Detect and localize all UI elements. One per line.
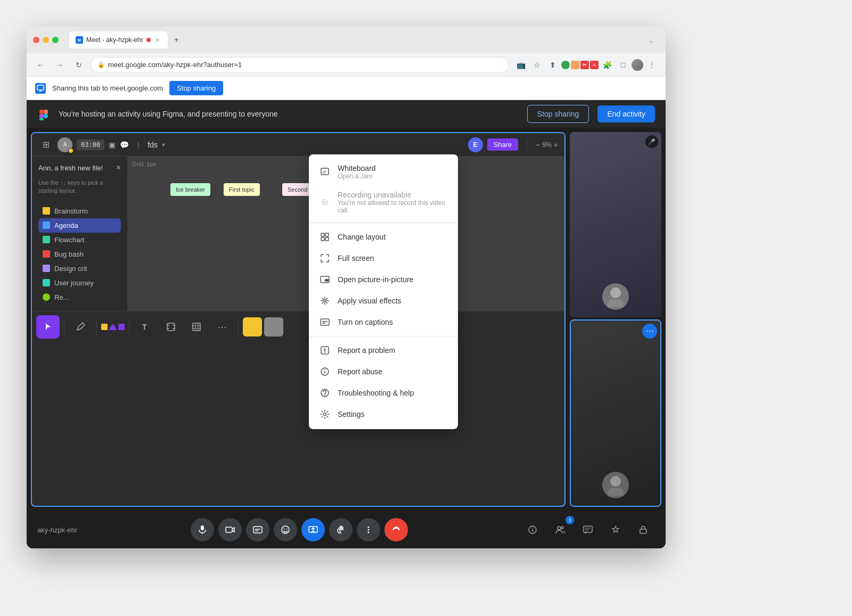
svg-rect-9 xyxy=(167,323,175,331)
forward-button[interactable]: → xyxy=(52,58,67,72)
figma-share-button[interactable]: Share xyxy=(487,138,519,151)
figma-menu-button[interactable]: ⊞ xyxy=(38,137,53,152)
figma-timer: 03:00 xyxy=(77,139,104,150)
agenda-label: Agenda xyxy=(54,221,78,229)
chrome-menu-button[interactable]: ⋮ xyxy=(644,58,659,72)
maximize-button[interactable] xyxy=(52,37,59,43)
figma-dropdown-arrow[interactable]: ▾ xyxy=(162,141,165,149)
bugbash-icon xyxy=(43,250,50,258)
emoji-button[interactable] xyxy=(274,518,297,541)
figma-item-brainstorm[interactable]: Brainstorm xyxy=(38,204,121,218)
profile-avatar[interactable] xyxy=(632,59,643,71)
menu-item-troubleshooting[interactable]: Troubleshooting & help xyxy=(309,382,458,404)
tool-more[interactable]: ⋯ xyxy=(210,315,234,339)
meet-right-controls: 3 xyxy=(521,518,655,541)
zoom-out-button[interactable]: − xyxy=(536,141,540,149)
tool-pen[interactable] xyxy=(69,315,92,339)
figma-item-re[interactable]: Re... xyxy=(38,290,121,305)
captions-label: Turn on captions xyxy=(338,318,393,326)
figma-item-userjourney[interactable]: User journey xyxy=(38,276,121,290)
refresh-button[interactable]: ↻ xyxy=(71,58,86,72)
cast-button[interactable]: 📺 xyxy=(513,58,528,72)
menu-item-whiteboard[interactable]: Whiteboard Open a Jam xyxy=(309,159,458,185)
tool-shapes[interactable] xyxy=(101,315,125,339)
mic-button[interactable] xyxy=(191,518,214,541)
tool-frame[interactable] xyxy=(159,315,183,339)
menu-item-report-problem[interactable]: Report a problem xyxy=(309,340,458,361)
svg-text:M: M xyxy=(78,38,81,42)
nav-actions: 📺 ☆ ⬆ ✂ A 🧩 □ ⋮ xyxy=(513,58,659,72)
menu-item-report-abuse[interactable]: Report abuse xyxy=(309,361,458,382)
close-button[interactable] xyxy=(33,37,39,43)
person-silhouette-1 xyxy=(602,283,629,312)
video-more-button[interactable]: ⋯ xyxy=(642,324,657,339)
svg-point-30 xyxy=(367,529,369,531)
svg-rect-2 xyxy=(37,85,44,90)
tool-select[interactable] xyxy=(36,315,60,339)
re-icon xyxy=(43,293,50,301)
url-text: meet.google.com/aky-hzpk-ehr?authuser=1 xyxy=(108,61,242,69)
activities-button[interactable] xyxy=(604,518,627,541)
svg-rect-6 xyxy=(39,118,44,120)
host-controls-button[interactable] xyxy=(632,518,655,541)
nav-bar: ← → ↻ 🔒 meet.google.com/aky-hzpk-ehr?aut… xyxy=(27,53,666,77)
chat-button[interactable] xyxy=(576,518,600,541)
pip-icon xyxy=(320,274,330,285)
download-button[interactable]: ⬆ xyxy=(545,58,560,72)
figma-item-bugbash[interactable]: Bug bash xyxy=(38,247,121,261)
dropdown-menu: Whiteboard Open a Jam Recording unavaila… xyxy=(309,154,458,429)
captions-button[interactable] xyxy=(246,518,269,541)
svg-rect-22 xyxy=(253,527,262,533)
figma-close-button[interactable]: × xyxy=(116,163,121,173)
stop-sharing-activity-button[interactable]: Stop sharing xyxy=(527,105,589,123)
meet-controls xyxy=(191,518,408,541)
stop-sharing-browser-button[interactable]: Stop sharing xyxy=(169,81,223,95)
menu-item-captions[interactable]: Turn on captions xyxy=(309,311,458,333)
stamp-yellow[interactable] xyxy=(243,317,262,336)
menu-item-change-layout[interactable]: Change layout xyxy=(309,226,458,248)
menu-item-pip[interactable]: Open picture-in-picture xyxy=(309,269,458,290)
agenda-icon xyxy=(43,221,50,229)
help-icon xyxy=(320,388,330,398)
camera-button[interactable] xyxy=(218,518,242,541)
figma-area: ⊞ A 03:00 ▣ 💬 | fds ▾ E Share xyxy=(31,132,566,507)
menu-item-visual-effects[interactable]: Apply visual effects xyxy=(309,290,458,311)
minimize-button[interactable] xyxy=(43,37,49,43)
new-tab-button[interactable]: + xyxy=(170,33,183,47)
share-screen-button[interactable] xyxy=(301,518,325,541)
end-activity-button[interactable]: End activity xyxy=(597,105,655,122)
zoom-in-button[interactable]: + xyxy=(554,141,558,149)
figma-sidebar: Ann, a fresh new file! × Use the ↑↓ keys… xyxy=(32,157,128,311)
stamp-gray[interactable] xyxy=(264,317,283,336)
ext-red: ✂ xyxy=(580,61,589,69)
back-button[interactable]: ← xyxy=(33,58,48,72)
extensions-button[interactable]: 🧩 xyxy=(600,58,615,72)
tab-search-button[interactable]: □ xyxy=(616,58,630,72)
menu-item-full-screen[interactable]: Full screen xyxy=(309,248,458,269)
meeting-info-button[interactable] xyxy=(521,518,544,541)
figma-chat-button[interactable]: 💬 xyxy=(120,141,129,149)
toolbar-divider xyxy=(527,138,527,151)
svg-rect-3 xyxy=(39,110,44,114)
menu-item-settings[interactable]: Settings xyxy=(309,404,458,425)
bookmark-button[interactable]: ☆ xyxy=(529,58,544,72)
address-bar[interactable]: 🔒 meet.google.com/aky-hzpk-ehr?authuser=… xyxy=(91,57,509,73)
canvas-sticky-icebreaker: Ice breaker xyxy=(170,183,210,196)
tool-table[interactable] xyxy=(185,315,208,339)
tool-text[interactable]: T xyxy=(134,315,157,339)
gear-icon xyxy=(320,409,330,420)
active-tab[interactable]: M Meet - aky-hzpk-ehr ✕ xyxy=(69,31,168,48)
svg-rect-47 xyxy=(325,233,329,236)
re-label: Re... xyxy=(54,293,69,301)
figma-view-button[interactable]: ▣ xyxy=(109,141,116,149)
figma-item-flowchart[interactable]: Flowchart xyxy=(38,233,121,247)
figma-item-designcrit[interactable]: Design crit xyxy=(38,261,121,276)
people-badge: 3 xyxy=(566,516,574,524)
figma-item-agenda[interactable]: Agenda xyxy=(38,218,121,233)
figma-bottom-toolbar: T xyxy=(32,311,564,343)
tab-close-button[interactable]: ✕ xyxy=(154,36,161,44)
record-icon xyxy=(320,197,330,208)
raise-hand-button[interactable] xyxy=(329,518,353,541)
more-options-button[interactable] xyxy=(357,518,380,541)
end-call-button[interactable] xyxy=(384,518,408,541)
